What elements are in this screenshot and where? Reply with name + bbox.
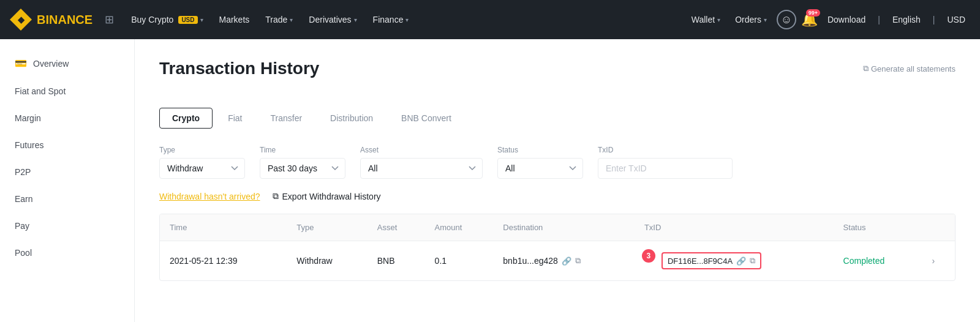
cell-asset: BNB — [368, 241, 425, 281]
cell-time: 2021-05-21 12:39 — [160, 241, 287, 281]
sidebar-item-pool[interactable]: Pool — [0, 239, 134, 266]
col-status: Status — [834, 214, 922, 241]
type-label: Type — [159, 146, 245, 154]
nav-buy-crypto[interactable]: Buy Crypto USD ▾ — [124, 10, 210, 29]
actions-row: Withdrawal hasn't arrived? ⧉ Export With… — [159, 191, 956, 201]
col-asset: Asset — [368, 214, 425, 241]
time-filter: Time Past 30 days Past 90 days Past 1 ye… — [260, 146, 345, 179]
nav-currency[interactable]: USD — [942, 10, 970, 29]
grid-icon[interactable]: ⊞ — [105, 13, 114, 26]
logo-icon: ◆ — [10, 9, 32, 31]
cell-type: Withdraw — [287, 241, 367, 281]
status-label: Status — [497, 146, 583, 154]
copy-dest-icon2[interactable]: ⧉ — [575, 256, 581, 266]
cell-amount: 0.1 — [425, 241, 494, 281]
sidebar-item-earn[interactable]: Earn — [0, 185, 134, 212]
nav-markets[interactable]: Markets — [212, 10, 257, 29]
nav-language[interactable]: English — [888, 10, 925, 29]
main-content: Transaction History ⧉ Generate all state… — [135, 39, 980, 322]
tabs: Crypto Fiat Transfer Distribution BNB Co… — [159, 108, 956, 129]
type-select[interactable]: Withdraw Deposit — [159, 158, 245, 179]
status-filter: Status All Completed Pending Failed — [497, 146, 583, 179]
tab-fiat[interactable]: Fiat — [215, 108, 255, 129]
txid-value[interactable]: DF116E...8F9C4A 🔗 ⧉ — [662, 252, 761, 269]
copy-dest-icon[interactable]: 🔗 — [562, 256, 571, 266]
title-row: Transaction History ⧉ Generate all state… — [159, 59, 956, 93]
page-title: Transaction History — [159, 59, 319, 78]
nav-trade[interactable]: Trade ▾ — [258, 10, 300, 29]
col-type: Type — [287, 214, 367, 241]
generate-statements-link[interactable]: ⧉ Generate all statements — [863, 64, 956, 73]
txid-filter: TxID — [598, 146, 733, 179]
nav-derivatives[interactable]: Derivatives ▾ — [301, 10, 364, 29]
txid-label: TxID — [598, 146, 733, 154]
cell-status: Completed — [834, 241, 922, 281]
nav-items: Buy Crypto USD ▾ Markets Trade ▾ Derivat… — [124, 10, 684, 29]
table-header-row: Time Type Asset Amount Destination TxID … — [160, 214, 955, 241]
cell-chevron: › — [922, 241, 955, 281]
nav-finance[interactable]: Finance ▾ — [366, 10, 417, 29]
row-expand-icon[interactable]: › — [932, 256, 935, 266]
type-filter: Type Withdraw Deposit — [159, 146, 245, 179]
logo[interactable]: ◆ BINANCE — [10, 9, 92, 31]
tab-distribution[interactable]: Distribution — [317, 108, 386, 129]
export-link[interactable]: ⧉ Export Withdrawal History — [273, 191, 381, 201]
col-destination: Destination — [493, 214, 635, 241]
sidebar: 💳 Overview Fiat and Spot Margin Futures … — [0, 39, 135, 322]
table-row: 2021-05-21 12:39 Withdraw BNB 0.1 bnb1u.… — [160, 241, 955, 281]
logo-text: BINANCE — [37, 13, 92, 27]
txid-input[interactable] — [598, 158, 733, 179]
copy-txid-icon2[interactable]: ⧉ — [750, 256, 755, 266]
top-navigation: ◆ BINANCE ⊞ Buy Crypto USD ▾ Markets Tra… — [0, 0, 980, 39]
sidebar-item-overview[interactable]: 💳 Overview — [0, 49, 134, 78]
nav-right: Wallet ▾ Orders ▾ ☺ 🔔 99+ Download | Eng… — [687, 10, 970, 29]
cell-txid: 3 DF116E...8F9C4A 🔗 ⧉ — [635, 241, 834, 281]
credit-card-icon: 💳 — [15, 58, 27, 69]
col-time: Time — [160, 214, 287, 241]
sidebar-item-futures[interactable]: Futures — [0, 132, 134, 159]
sidebar-item-fiat-spot[interactable]: Fiat and Spot — [0, 78, 134, 105]
asset-label: Asset — [360, 146, 483, 154]
tab-bnb-convert[interactable]: BNB Convert — [388, 108, 464, 129]
cell-destination: bnb1u...eg428 🔗 ⧉ — [493, 241, 635, 281]
sidebar-item-p2p[interactable]: P2P — [0, 159, 134, 185]
nav-wallet[interactable]: Wallet ▾ — [687, 10, 725, 29]
transaction-table: Time Type Asset Amount Destination TxID … — [159, 214, 956, 281]
asset-filter: Asset All BNB BTC ETH — [360, 146, 483, 179]
nav-orders[interactable]: Orders ▾ — [730, 10, 772, 29]
txid-badge: 3 — [642, 249, 655, 263]
time-select[interactable]: Past 30 days Past 90 days Past 1 year — [260, 158, 345, 179]
tab-crypto[interactable]: Crypto — [159, 108, 213, 129]
notification-icon[interactable]: 🔔 99+ — [801, 12, 818, 28]
profile-icon[interactable]: ☺ — [777, 10, 796, 29]
col-action — [922, 214, 955, 241]
sidebar-item-margin[interactable]: Margin — [0, 105, 134, 132]
asset-select[interactable]: All BNB BTC ETH — [360, 158, 483, 179]
withdrawal-link[interactable]: Withdrawal hasn't arrived? — [159, 192, 260, 201]
status-select[interactable]: All Completed Pending Failed — [497, 158, 583, 179]
col-txid: TxID — [635, 214, 834, 241]
tab-transfer[interactable]: Transfer — [257, 108, 315, 129]
page-layout: 💳 Overview Fiat and Spot Margin Futures … — [0, 39, 980, 322]
time-label: Time — [260, 146, 345, 154]
sidebar-item-pay[interactable]: Pay — [0, 212, 134, 239]
copy-txid-icon[interactable]: 🔗 — [736, 256, 746, 266]
filters: Type Withdraw Deposit Time Past 30 days … — [159, 146, 956, 179]
col-amount: Amount — [425, 214, 494, 241]
nav-download[interactable]: Download — [823, 10, 870, 29]
